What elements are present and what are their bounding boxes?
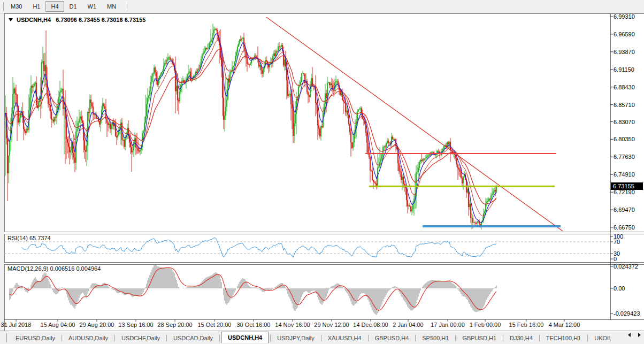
macd-axis-label: -0.029423 bbox=[614, 310, 640, 317]
time-axis-label: 14 Dec 08:00 bbox=[353, 322, 388, 328]
timeframe-toolbar: M30H1H4D1W1MN bbox=[0, 0, 644, 13]
price-axis-label: 6.74910 bbox=[614, 171, 635, 178]
price-axis-label: 6.83070 bbox=[614, 119, 635, 125]
price-axis-label: 6.77630 bbox=[614, 154, 635, 160]
tab-separator bbox=[114, 335, 115, 341]
tab-separator bbox=[368, 335, 369, 341]
tab-symbol-usdjpydaily[interactable]: USDJPY,Daily bbox=[272, 333, 320, 343]
tab-symbol-usdcnhh4[interactable]: USDCNH,H4 bbox=[221, 332, 269, 343]
rsi-axis-label: 70 bbox=[614, 239, 620, 245]
rsi-axis-label: 0 bbox=[614, 256, 617, 262]
chart-plot-area[interactable] bbox=[4, 13, 644, 331]
tab-separator bbox=[539, 335, 540, 341]
symbol-tab-bar: EURUSD,DailyAUDUSD,DailyUSDCHF,DailyUSDC… bbox=[0, 331, 644, 344]
time-axis-label: 13 Sep 16:00 bbox=[118, 322, 153, 328]
timeframe-button-m30[interactable]: M30 bbox=[5, 1, 27, 12]
tab-symbol-usdchfdaily[interactable]: USDCHF,Daily bbox=[116, 333, 165, 343]
price-axis-label: 6.66750 bbox=[614, 224, 635, 231]
tab-symbol-xauusdh4[interactable]: XAUUSD,H4 bbox=[323, 333, 367, 343]
tab-separator bbox=[503, 335, 503, 341]
macd-label: MACD(12,26,9) 0.006516 0.004964 bbox=[7, 265, 101, 272]
tab-scroll-controls bbox=[628, 333, 641, 337]
tab-separator bbox=[270, 335, 271, 341]
window-left-border bbox=[0, 13, 5, 344]
time-axis-label: 29 Aug 20:00 bbox=[80, 322, 114, 328]
timeframe-button-h4[interactable]: H4 bbox=[45, 1, 64, 12]
time-axis-label: 17 Jan 00:00 bbox=[431, 322, 465, 328]
tab-separator bbox=[219, 335, 220, 341]
symbol-dropdown-icon[interactable] bbox=[9, 18, 13, 21]
macd-axis-label: 0.024372 bbox=[614, 263, 638, 270]
macd-axis-label: 0.00 bbox=[614, 285, 625, 292]
tab-scroll-left-icon[interactable] bbox=[628, 333, 631, 337]
panel-splitter[interactable] bbox=[4, 262, 644, 265]
price-axis-label: 6.91150 bbox=[614, 66, 634, 73]
timeframe-button-d1[interactable]: D1 bbox=[64, 1, 82, 12]
price-axis-label: 6.80350 bbox=[614, 136, 635, 142]
toolbar-grip bbox=[3, 2, 4, 11]
tab-symbol-ukoil[interactable]: UKOil, bbox=[589, 333, 617, 343]
tab-symbol-usdcaddaily[interactable]: USDCAD,Daily bbox=[168, 333, 218, 343]
price-axis-label: 6.96590 bbox=[614, 31, 635, 37]
tab-strip-corner bbox=[0, 333, 7, 342]
time-axis-label: 2 Jan 04:00 bbox=[393, 322, 424, 328]
price-axis-label: 6.85710 bbox=[614, 102, 635, 108]
time-axis-label: 30 Oct 16:00 bbox=[237, 322, 271, 328]
time-axis-label: 28 Sep 20:00 bbox=[157, 322, 192, 328]
timeframe-button-mn[interactable]: MN bbox=[102, 1, 121, 12]
price-axis-label: 6.99310 bbox=[614, 13, 635, 20]
timeframe-buttons: M30H1H4D1W1MN bbox=[5, 1, 121, 12]
time-axis-label: 31 Jul 2018 bbox=[1, 322, 32, 328]
tab-symbol-dj30h4[interactable]: DJ30,H4 bbox=[504, 333, 538, 343]
price-axis-label: 6.93870 bbox=[614, 49, 635, 55]
time-axis-label: 15 Feb 16:00 bbox=[509, 322, 544, 328]
time-axis-label: 1 Feb 00:00 bbox=[470, 322, 501, 328]
time-axis-label: 4 Mar 12:00 bbox=[549, 322, 580, 328]
price-axis-label: 6.69470 bbox=[614, 207, 635, 213]
tab-scroll-right-icon[interactable] bbox=[638, 333, 641, 337]
panel-splitter[interactable] bbox=[4, 232, 644, 234]
tab-symbol-audusddaily[interactable]: AUDUSD,Daily bbox=[63, 333, 113, 343]
timeframe-button-w1[interactable]: W1 bbox=[82, 1, 102, 12]
tab-symbol-gbpusdh4[interactable]: GBPUSD,H4 bbox=[370, 333, 415, 343]
price-axis-line bbox=[610, 13, 611, 320]
time-axis-label: 14 Nov 16:00 bbox=[275, 322, 310, 328]
price-axis-label: 6.72190 bbox=[614, 189, 635, 195]
tab-symbol-tech100h1[interactable]: TECH100,H1 bbox=[541, 333, 586, 343]
tab-separator bbox=[166, 335, 167, 341]
chart-title: USDCNH,H4 6.73096 6.73455 6.73016 6.7315… bbox=[9, 17, 145, 23]
time-axis-line bbox=[4, 319, 644, 320]
tab-separator bbox=[587, 335, 588, 341]
chart-ohlc-values: 6.73096 6.73455 6.73016 6.73155 bbox=[56, 17, 145, 23]
tab-separator bbox=[62, 335, 62, 341]
tab-separator bbox=[415, 335, 416, 341]
rsi-label: RSI(14) 65.7374 bbox=[7, 235, 51, 241]
chart-symbol-label: USDCNH,H4 bbox=[17, 17, 51, 23]
current-price-tag: 6.73155 bbox=[611, 182, 643, 190]
timeframe-button-h1[interactable]: H1 bbox=[27, 1, 45, 12]
time-axis-label: 29 Nov 12:00 bbox=[314, 322, 349, 328]
tab-separator bbox=[455, 335, 456, 341]
time-axis: 31 Jul 201815 Aug 04:0029 Aug 20:0013 Se… bbox=[0, 320, 644, 330]
tab-symbol-sp500h1[interactable]: SP500,H1 bbox=[417, 333, 454, 343]
time-axis-label: 15 Oct 20:00 bbox=[198, 322, 232, 328]
tab-separator bbox=[321, 335, 321, 341]
toolbar-separator bbox=[127, 2, 127, 11]
time-axis-label: 15 Aug 04:00 bbox=[41, 322, 75, 328]
tab-symbol-gbpusdh1[interactable]: GBPUSD,H1 bbox=[457, 333, 502, 343]
tab-symbol-eurusddaily[interactable]: EURUSD,Daily bbox=[10, 333, 60, 343]
price-axis-label: 6.88430 bbox=[614, 84, 635, 90]
